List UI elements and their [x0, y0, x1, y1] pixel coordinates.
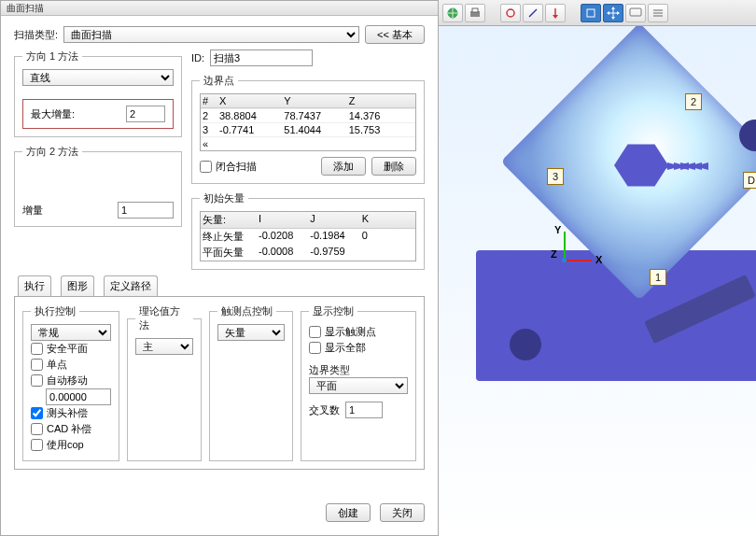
col-y: Y [284, 95, 348, 106]
theoretical-fieldset: 理论值方法 主 [127, 304, 202, 461]
dir1-fieldset: 方向 1 方法 直线 最大增量: [14, 49, 182, 137]
svg-rect-2 [472, 8, 478, 12]
tabs: 执行 图形 定义路径 [14, 275, 425, 297]
tab-graphic[interactable]: 图形 [61, 275, 94, 296]
svg-marker-11 [617, 11, 620, 15]
single-point-check[interactable]: 单点 [31, 357, 111, 373]
svg-rect-7 [587, 9, 595, 17]
max-increment-box: 最大增量: [22, 99, 174, 129]
marker-2[interactable]: 2 [685, 93, 702, 110]
cross-input[interactable] [345, 402, 383, 418]
automove-input[interactable] [46, 388, 111, 405]
close-button[interactable]: 关闭 [380, 503, 425, 522]
automove-check[interactable]: 自动移动 [31, 373, 111, 388]
marker-3[interactable]: 3 [547, 168, 564, 185]
delete-button[interactable]: 删除 [371, 157, 416, 176]
3d-scene[interactable]: 2 3 D 1 Y X Z [439, 26, 756, 536]
add-button[interactable]: 添加 [321, 157, 366, 176]
dialog-title: 曲面扫描 [1, 1, 438, 16]
max-inc-label: 最大增量: [31, 107, 75, 121]
table-row[interactable]: 3 -0.7741 51.4044 15.753 [201, 122, 415, 136]
disp-touch-check[interactable]: 显示触测点 [309, 324, 408, 340]
vector-table[interactable]: 矢量: I J K 终止矢量 -0.0208 -0.1984 0 [200, 211, 416, 261]
scan-type-select[interactable]: 曲面扫描 [63, 26, 359, 43]
cross-label: 交叉数 [309, 403, 340, 417]
boundary-type-label: 边界类型 [309, 363, 408, 377]
boundary-table[interactable]: # X Y Z 2 38.8804 78.7437 14.376 [200, 93, 416, 151]
arrow-down-icon[interactable] [545, 4, 566, 22]
exec-mode-select[interactable]: 常规 [31, 324, 111, 341]
dir2-inc-label: 增量 [22, 204, 43, 218]
print-icon[interactable] [465, 4, 485, 22]
id-label: ID: [191, 52, 204, 63]
scan-dialog: 曲面扫描 扫描类型: 曲面扫描 << 基本 方向 1 方法 直线 最大增量: [0, 0, 439, 536]
basic-button[interactable]: << 基本 [365, 25, 425, 44]
id-input[interactable] [210, 49, 313, 66]
svg-line-4 [529, 9, 537, 17]
contact-control-fieldset: 触测点控制 矢量 [209, 304, 293, 461]
scan-type-label: 扫描类型: [14, 28, 58, 42]
viewport-toolbar [439, 0, 756, 26]
theo-select[interactable]: 主 [135, 338, 193, 355]
fins [672, 152, 698, 180]
boundary-legend: 边界点 [200, 74, 238, 88]
svg-rect-12 [630, 8, 641, 16]
safe-plane-check[interactable]: 安全平面 [31, 341, 111, 357]
svg-marker-8 [611, 7, 615, 9]
table-row[interactable]: 终止矢量 -0.0208 -0.1984 0 [201, 229, 415, 245]
initial-vector-fieldset: 初始矢量 矢量: I J K 终止矢量 -0.0208 -0 [191, 191, 425, 270]
marker-1[interactable]: 1 [650, 269, 666, 286]
contact-select[interactable]: 矢量 [217, 324, 285, 341]
cadcomp-check[interactable]: CAD 补偿 [31, 421, 111, 437]
dir2-legend: 方向 2 方法 [22, 145, 82, 159]
viewport-panel: 2 3 D 1 Y X Z [439, 0, 756, 536]
dir1-legend: 方向 1 方法 [22, 49, 82, 63]
marker-d[interactable]: D [743, 172, 756, 189]
col-z: Z [349, 95, 413, 106]
col-x: X [219, 95, 284, 106]
ivec-legend: 初始矢量 [200, 191, 248, 205]
dir2-fieldset: 方向 2 方法 增量 [14, 145, 182, 227]
create-button[interactable]: 创建 [326, 503, 371, 522]
svg-marker-9 [611, 17, 615, 20]
table-row[interactable]: 平面矢量 -0.0008 -0.9759 [201, 245, 415, 261]
globe-icon[interactable] [442, 4, 463, 22]
circle-icon[interactable] [500, 4, 521, 22]
dir2-inc-input[interactable] [118, 202, 174, 219]
svg-marker-10 [607, 11, 609, 15]
tab-execute[interactable]: 执行 [18, 275, 51, 296]
line-icon[interactable] [523, 4, 543, 22]
max-inc-input[interactable] [126, 106, 165, 122]
svg-marker-6 [553, 15, 558, 19]
disp-all-check[interactable]: 显示全部 [309, 340, 408, 356]
headcomp-check[interactable]: 测头补偿 [31, 405, 111, 421]
boundary-type-select[interactable]: 平面 [309, 377, 408, 394]
col-n: # [203, 95, 219, 106]
chat-icon[interactable] [625, 4, 646, 22]
usecop-check[interactable]: 使用cop [31, 437, 111, 453]
boundary-points-fieldset: 边界点 # X Y Z 2 38.8804 78.7437 [191, 74, 425, 184]
move-icon[interactable] [603, 4, 623, 22]
ruler-icon[interactable] [581, 4, 601, 22]
display-control-fieldset: 显示控制 显示触测点 显示全部 边界类型 平面 交叉数 [301, 304, 416, 461]
exec-control-fieldset: 执行控制 常规 安全平面 单点 自动移动 测头补偿 CAD 补偿 使用cop [22, 304, 119, 461]
hole-icon [510, 329, 541, 360]
dir1-method-select[interactable]: 直线 [22, 69, 174, 86]
table-row[interactable]: 2 38.8804 78.7437 14.376 [201, 108, 415, 122]
svg-point-3 [507, 9, 514, 17]
tab-define-path[interactable]: 定义路径 [104, 275, 158, 296]
close-scan-check[interactable]: 闭合扫描 [200, 159, 257, 175]
menu-icon[interactable] [648, 4, 668, 22]
